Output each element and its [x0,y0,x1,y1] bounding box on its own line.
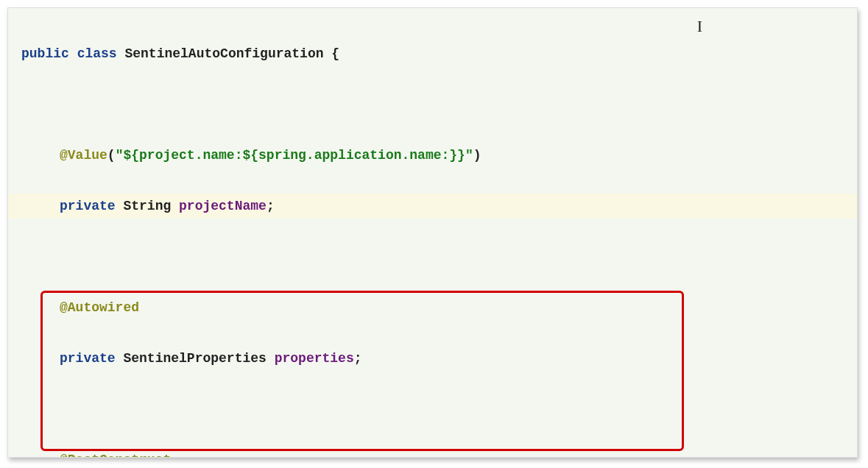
code-line [8,397,857,422]
code-line: @Value("${project.name:${spring.applicat… [8,143,857,169]
code-line: private SentinelProperties properties; [8,346,857,372]
code-line: @Autowired [8,295,857,321]
code-line [8,92,857,118]
code-line [8,244,857,270]
code-line-highlighted: private String projectName; [8,194,857,219]
code-block: public class SentinelAutoConfiguration {… [8,8,857,458]
code-editor-panel: I public class SentinelAutoConfiguration… [7,7,858,458]
code-line: @PostConstruct [8,447,857,458]
code-line: public class SentinelAutoConfiguration { [8,41,857,67]
